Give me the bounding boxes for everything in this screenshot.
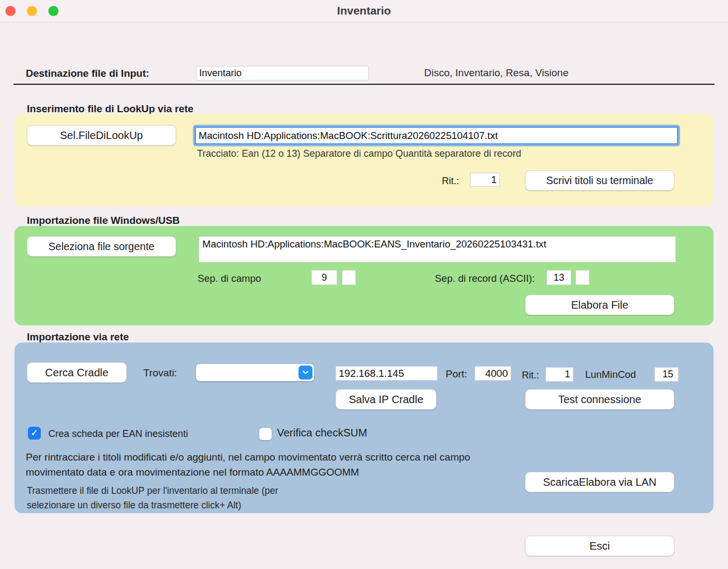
destination-label: Destinazione file di Input: <box>26 68 149 79</box>
network-rit-label: Rit.: <box>522 370 539 381</box>
field-separator-extra-input[interactable] <box>342 270 356 285</box>
lunmincod-label: LunMinCod <box>585 369 636 381</box>
destination-options-hint: Disco, Inventario, Resa, Visione <box>424 67 569 79</box>
port-label: Port: <box>446 368 467 380</box>
record-separator-input[interactable] <box>547 270 571 285</box>
port-input[interactable] <box>475 366 511 381</box>
field-separator-input[interactable] <box>311 270 337 285</box>
save-ip-cradle-button[interactable]: Salva IP Cradle <box>336 389 436 410</box>
found-cradles-dropdown[interactable] <box>196 364 314 381</box>
destination-input[interactable] <box>196 66 369 81</box>
network-rit-input[interactable] <box>545 367 573 382</box>
chevron-down-icon[interactable] <box>299 366 312 380</box>
verify-checksum-checkbox-label: Verifica checkSUM <box>277 427 367 439</box>
usb-section-title: Importazione file Windows/USB <box>27 215 180 227</box>
create-card-checkbox[interactable] <box>28 427 41 440</box>
record-separator-label: Sep. di record (ASCII): <box>435 273 535 284</box>
select-lookup-file-button[interactable]: Sel.FileDiLookUp <box>27 125 176 145</box>
network-note-text: Per rintracciare i titoli modificati e/o… <box>26 450 515 480</box>
field-separator-label: Sep. di campo <box>198 273 261 284</box>
cradle-ip-input[interactable] <box>336 366 438 381</box>
create-card-checkbox-label: Crea scheda per EAN inesistenti <box>48 428 188 440</box>
download-process-lan-button[interactable]: ScaricaElabora via LAN <box>525 472 674 492</box>
found-label: Trovati: <box>143 367 177 379</box>
transmit-note-text: Trasmettere il file di LookUP per l'inve… <box>27 484 319 513</box>
record-separator-extra-input[interactable] <box>576 270 589 285</box>
exit-button[interactable]: Esci <box>525 536 674 556</box>
test-connection-button[interactable]: Test connessione <box>525 389 674 410</box>
search-cradle-button[interactable]: Cerca Cradle <box>27 362 127 383</box>
select-source-file-button[interactable]: Seleziona file sorgente <box>27 236 176 257</box>
lookup-trace-hint: Tracciato: Ean (12 o 13) Separatore di c… <box>197 148 521 159</box>
title-bar: Inventario <box>0 0 728 23</box>
write-titles-button[interactable]: Scrivi titoli su terminale <box>525 170 674 191</box>
usb-file-path-input[interactable]: Macintosh HD:Applications:MacBOOK:EANS_I… <box>199 236 676 262</box>
lookup-rit-input[interactable] <box>470 173 500 187</box>
lookup-file-path-input[interactable] <box>195 127 678 144</box>
window-title: Inventario <box>0 4 728 17</box>
lookup-rit-label: Rit.: <box>442 176 459 187</box>
app-window: Inventario Destinazione file di Input: D… <box>0 0 728 569</box>
lunmincod-input[interactable] <box>654 367 679 382</box>
lookup-section-title: Inserimento file di LookUp via rete <box>27 103 193 115</box>
divider <box>13 84 715 85</box>
network-section-title: Importazione via rete <box>27 331 129 343</box>
process-file-button[interactable]: Elabora File <box>525 295 674 315</box>
verify-checksum-checkbox[interactable] <box>259 428 272 440</box>
